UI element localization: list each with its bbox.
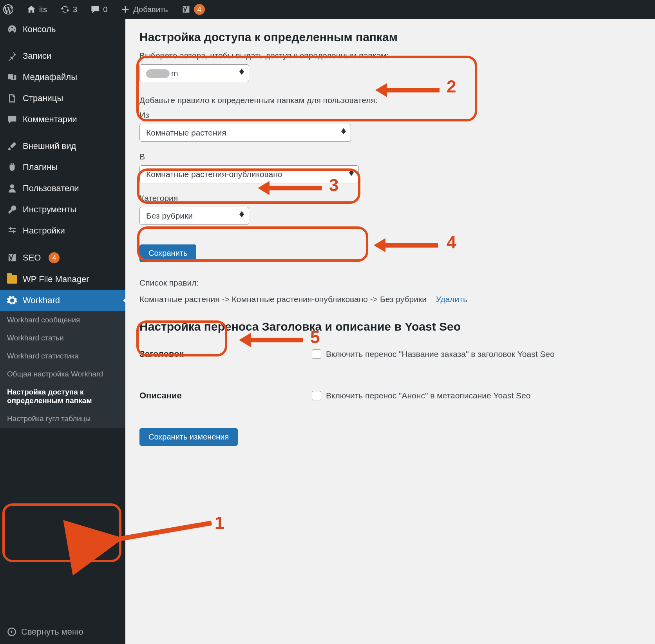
sub-workhard-folder-access[interactable]: Настройка доступа к определенным папкам xyxy=(0,383,125,410)
pin-icon xyxy=(7,51,17,61)
yoast-badge: 4 xyxy=(194,4,205,15)
svg-line-1 xyxy=(110,523,212,541)
menu-workhard[interactable]: Workhard xyxy=(0,290,125,311)
sub-workhard-stats[interactable]: Workhard статистика xyxy=(0,347,125,365)
updates-count: 3 xyxy=(73,5,77,14)
menu-users[interactable]: Пользователи xyxy=(0,178,125,199)
site-name-link[interactable]: its xyxy=(24,0,50,19)
from-select[interactable]: Комнатные растения xyxy=(139,124,351,142)
plugin-icon xyxy=(7,162,17,172)
yoast-section-title: Настройка переноса Заголовка и описание … xyxy=(139,320,641,333)
title-transfer-row: Заголовок Включить перенос "Название зак… xyxy=(139,349,641,359)
collapse-icon xyxy=(7,627,16,637)
menu-appearance[interactable]: Внешний вид xyxy=(0,136,125,157)
menu-settings[interactable]: Настройки xyxy=(0,220,125,241)
wp-logo[interactable] xyxy=(0,0,16,19)
comments-link[interactable]: 0 xyxy=(87,0,110,19)
save-changes-button[interactable]: Сохранить изменения xyxy=(139,428,238,446)
desc-th: Описание xyxy=(139,391,296,401)
folder-icon xyxy=(7,275,17,284)
title-checkbox[interactable] xyxy=(312,349,321,359)
menu-plugins[interactable]: Плагины xyxy=(0,157,125,178)
to-select[interactable]: Комнатные растения-опубликовано xyxy=(139,165,359,183)
refresh-icon xyxy=(60,5,70,14)
to-label: В xyxy=(139,152,641,161)
sub-workhard-gsheets[interactable]: Настройка гугл таблицы xyxy=(0,410,125,428)
from-label: Из xyxy=(139,110,641,120)
title-th: Заголовок xyxy=(139,349,296,359)
home-icon xyxy=(27,5,36,14)
page-title: Настройка доступа к определенным папкам xyxy=(139,31,641,44)
rules-list-title: Список правил: xyxy=(139,278,641,288)
sliders-icon xyxy=(7,226,17,236)
admin-bar: its 3 0 Добавить 4 xyxy=(0,0,655,19)
delete-rule-link[interactable]: Удалить xyxy=(436,295,467,304)
menu-dashboard[interactable]: Консоль xyxy=(0,19,125,40)
comments-count: 0 xyxy=(103,5,107,14)
yoast-icon xyxy=(181,5,191,14)
rule-row: Комнатные растения -> Комнатные растения… xyxy=(139,295,641,304)
title-checkbox-label[interactable]: Включить перенос "Название заказа" в заг… xyxy=(312,349,555,359)
comment-icon xyxy=(90,5,100,14)
brush-icon xyxy=(7,141,17,151)
seo-badge: 4 xyxy=(49,252,60,263)
sub-workhard-general[interactable]: Общая настройка Workhard xyxy=(0,365,125,383)
comment-icon xyxy=(7,114,17,125)
dashboard-icon xyxy=(7,24,17,34)
menu-comments[interactable]: Комментарии xyxy=(0,109,125,130)
wrench-icon xyxy=(7,204,17,215)
desc-transfer-row: Описание Включить перенос "Анонс" в мета… xyxy=(139,391,641,401)
save-button[interactable]: Сохранить xyxy=(139,244,196,262)
menu-wp-file-manager[interactable]: WP File Manager xyxy=(0,269,125,290)
yoast-icon xyxy=(7,253,17,263)
menu-tools[interactable]: Инструменты xyxy=(0,199,125,220)
desc-checkbox-label[interactable]: Включить перенос "Анонс" в метаописание … xyxy=(312,391,530,400)
annotation-arrow-1 xyxy=(102,517,215,550)
desc-checkbox[interactable] xyxy=(312,391,321,400)
sub-workhard-messages[interactable]: Workhard сообщения xyxy=(0,311,125,329)
collapse-menu[interactable]: Свернуть меню xyxy=(0,620,125,644)
sub-workhard-articles[interactable]: Workhard статьи xyxy=(0,329,125,347)
menu-posts[interactable]: Записи xyxy=(0,45,125,67)
media-icon xyxy=(7,72,17,82)
workhard-submenu: Workhard сообщения Workhard статьи Workh… xyxy=(0,311,125,428)
author-blurred xyxy=(146,69,170,78)
yoast-link[interactable]: 4 xyxy=(178,0,208,19)
gear-icon xyxy=(7,295,17,306)
menu-seo[interactable]: SEO 4 xyxy=(0,247,125,269)
author-prompt: Выберете автора, чтобы выдать доступ к о… xyxy=(139,51,641,60)
add-new-link[interactable]: Добавить xyxy=(118,0,171,19)
category-label: Категория xyxy=(139,194,641,203)
add-new-label: Добавить xyxy=(133,5,168,14)
pages-icon xyxy=(7,93,17,103)
updates-link[interactable]: 3 xyxy=(57,0,80,19)
menu-pages[interactable]: Страницы xyxy=(0,88,125,109)
plus-icon xyxy=(121,5,130,14)
site-name: its xyxy=(39,5,47,14)
user-icon xyxy=(7,183,17,194)
author-select[interactable]: m xyxy=(139,64,249,82)
menu-media[interactable]: Медиафайлы xyxy=(0,67,125,88)
rule-prompt: Добавьте правило к определенным папкам д… xyxy=(139,96,641,105)
category-select[interactable]: Без рубрики xyxy=(139,207,249,225)
